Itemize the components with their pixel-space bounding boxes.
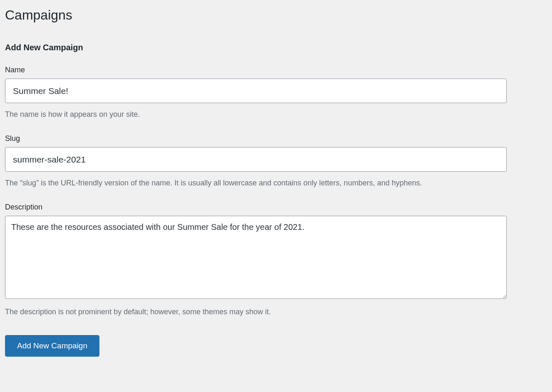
description-field-group: Description These are the resources asso… — [5, 203, 507, 318]
slug-field-group: Slug The “slug” is the URL-friendly vers… — [5, 134, 507, 190]
slug-description: The “slug” is the URL-friendly version o… — [5, 177, 507, 190]
description-textarea[interactable]: These are the resources associated with … — [5, 216, 507, 299]
slug-label: Slug — [5, 134, 507, 143]
page-subtitle: Add New Campaign — [5, 43, 547, 52]
name-description: The name is how it appears on your site. — [5, 108, 507, 121]
name-field-group: Name The name is how it appears on your … — [5, 66, 507, 121]
add-new-campaign-button[interactable]: Add New Campaign — [5, 335, 99, 357]
page-title: Campaigns — [5, 7, 547, 23]
name-input[interactable] — [5, 79, 507, 103]
description-label: Description — [5, 203, 507, 212]
slug-input[interactable] — [5, 147, 507, 172]
name-label: Name — [5, 66, 507, 74]
description-help-text: The description is not prominent by defa… — [5, 306, 507, 318]
